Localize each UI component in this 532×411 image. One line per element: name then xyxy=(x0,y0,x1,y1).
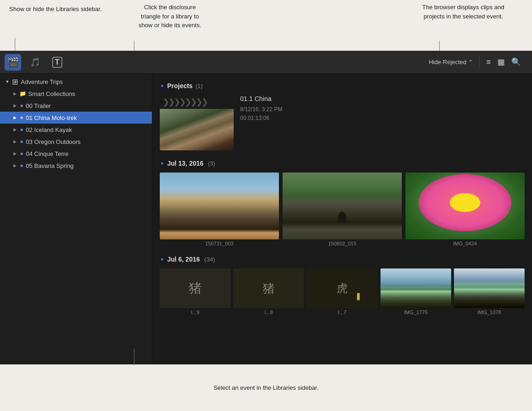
projects-content: ❯❯❯❯❯❯❯❯ 01.1 China 8/12/16, 3:22 PM 00:… xyxy=(160,95,525,150)
jul6-toggle-arrow[interactable]: ▼ xyxy=(160,257,164,262)
titles-icon: T xyxy=(52,57,62,68)
library-disclosure-arrow: ▼ xyxy=(5,79,10,84)
clip-IMG-1078[interactable]: IMG_1078 xyxy=(454,268,525,315)
cinque-label: 04 Cinque Terre xyxy=(26,150,149,157)
library-grid-icon: ⊞ xyxy=(12,77,18,86)
star-icon-iceland: ★ xyxy=(19,127,24,133)
char-2-glyph: 猪 xyxy=(263,280,275,297)
project-thumbnail[interactable]: ❯❯❯❯❯❯❯❯ xyxy=(160,95,234,150)
chinese-char-1: 猪 xyxy=(160,268,230,308)
libraries-icon: 🎬 xyxy=(7,57,19,68)
library-name: Adventure Trips xyxy=(21,78,149,85)
clip-IMG-1775[interactable]: IMG_1775 xyxy=(381,268,451,315)
cinque-arrow: ▶ xyxy=(12,151,18,156)
clip-150802-015-thumb xyxy=(283,173,402,239)
titles-button[interactable]: T xyxy=(49,54,66,71)
char-1-glyph: 猪 xyxy=(189,280,202,297)
browser: ▼ Projects (1) ❯❯❯❯❯❯❯❯ xyxy=(152,74,532,364)
list-icon: ≡ xyxy=(486,58,491,66)
projects-toggle-arrow[interactable]: ▼ xyxy=(160,83,164,89)
toolbar: 🎬 🎵 T Hide Rejected ⌃ ≡ ▦ 🔍 xyxy=(0,51,532,74)
sidebar-item-04-cinque[interactable]: ▶ ★ 04 Cinque Terre xyxy=(0,148,152,160)
clip-i7-thumb: 虎 xyxy=(307,268,377,308)
jul6-content: 猪 I...9 猪 I...8 xyxy=(160,268,525,315)
sidebar-item-smart-collections[interactable]: ▶ 📁 Smart Collections xyxy=(0,88,152,100)
clip-i8[interactable]: 猪 I...8 xyxy=(233,268,304,315)
jul13-count: (3) xyxy=(206,160,216,167)
sidebar-library-root[interactable]: ▼ ⊞ Adventure Trips xyxy=(0,76,152,88)
folder-icon: 📁 xyxy=(19,90,26,97)
trailer-label: 00 Trailer xyxy=(26,102,149,109)
clip-i8-thumb: 猪 xyxy=(233,268,304,308)
top-annotation-area: Show or hide the Libraries sidebar. Clic… xyxy=(0,0,532,51)
karst-image-2 xyxy=(454,268,525,308)
chevron-icons: ❯❯❯❯❯❯❯❯ xyxy=(163,97,207,107)
sidebar-item-02-iceland[interactable]: ▶ ★ 02 Iceland Kayak xyxy=(0,124,152,136)
music-icon: 🎵 xyxy=(30,57,40,67)
clip-150802-015-label: 150802_015 xyxy=(328,241,356,246)
oregon-arrow: ▶ xyxy=(12,139,18,144)
clip-IMG-1078-label: IMG_1078 xyxy=(478,310,501,315)
road-image xyxy=(283,173,402,239)
project-duration: 00:01:13:06 xyxy=(240,114,282,123)
clip-i8-label: I...8 xyxy=(265,310,273,315)
jul13-content: 150731_003 150802_015 xyxy=(160,173,525,246)
toolbar-divider-1 xyxy=(479,57,480,68)
content-area: ▼ ⊞ Adventure Trips ▶ 📁 Smart Collection… xyxy=(0,74,532,364)
clip-i9-thumb: 猪 xyxy=(160,268,230,308)
filmstrip-view-button[interactable]: ▦ xyxy=(497,57,505,67)
app-container: 🎬 🎵 T Hide Rejected ⌃ ≡ ▦ 🔍 xyxy=(0,51,532,364)
connector-right xyxy=(439,41,440,52)
mountains-image xyxy=(160,173,279,239)
chinese-char-2: 猪 xyxy=(233,268,304,308)
sidebar-item-05-bavaria[interactable]: ▶ ★ 05 Bavaria Spring xyxy=(0,160,152,172)
music-button[interactable]: 🎵 xyxy=(27,54,43,71)
callout-top-left: Show or hide the Libraries sidebar. xyxy=(9,5,102,14)
callout-top-right: The browser displays clips andprojects i… xyxy=(422,3,504,21)
sort-icon: ⌃ xyxy=(468,59,473,66)
filmstrip-icon: ▦ xyxy=(497,58,505,66)
clip-IMG-0424-label: IMG_0424 xyxy=(453,241,477,246)
star-icon-china: ★ xyxy=(19,115,24,121)
clip-150731-003[interactable]: 150731_003 xyxy=(160,173,279,246)
jul13-grid: 150731_003 150802_015 xyxy=(160,173,525,246)
food-image xyxy=(160,109,234,150)
china-arrow: ▶ xyxy=(12,115,18,120)
connector-left xyxy=(15,38,15,52)
jul6-title: Jul 6, 2016 xyxy=(167,256,200,263)
chevron-bar: ❯❯❯❯❯❯❯❯ xyxy=(160,95,234,109)
clip-IMG-0424[interactable]: IMG_0424 xyxy=(405,173,525,246)
list-view-button[interactable]: ≡ xyxy=(486,58,491,67)
bavaria-label: 05 Bavaria Spring xyxy=(26,162,149,169)
clip-i7-label: I...7 xyxy=(338,310,346,315)
moto-silhouette xyxy=(338,212,346,223)
clip-IMG-0424-thumb xyxy=(405,173,525,239)
jul13-toggle-arrow[interactable]: ▼ xyxy=(160,161,164,166)
connector-center xyxy=(134,41,134,52)
clip-150731-003-label: 150731_003 xyxy=(205,241,233,246)
food-thumbnail xyxy=(160,109,234,150)
clip-i9[interactable]: 猪 I...9 xyxy=(160,268,230,315)
sidebar-item-03-oregon[interactable]: ▶ ★ 03 Oregon Outdoors xyxy=(0,136,152,148)
callout-top-center: Click the disclosuretriangle for a libra… xyxy=(139,3,201,30)
iceland-arrow: ▶ xyxy=(12,127,18,132)
clip-i7[interactable]: 虎 I...7 xyxy=(307,268,377,315)
sidebar: ▼ ⊞ Adventure Trips ▶ 📁 Smart Collection… xyxy=(0,74,152,364)
sidebar-item-01-china[interactable]: ▶ ★ 01 China Moto-trek xyxy=(0,112,152,124)
project-name: 01.1 China xyxy=(240,95,282,102)
search-button[interactable]: 🔍 xyxy=(511,57,521,67)
projects-section-header: ▼ Projects (1) xyxy=(160,82,525,89)
libraries-button[interactable]: 🎬 xyxy=(5,54,21,71)
stick-decoration xyxy=(357,293,360,300)
hide-rejected-label: Hide Rejected xyxy=(429,59,466,66)
clip-150802-015[interactable]: 150802_015 xyxy=(283,173,402,246)
clip-IMG-1775-label: IMG_1775 xyxy=(404,310,428,315)
sidebar-item-00-trailer[interactable]: ▶ ★ 00 Trailer xyxy=(0,100,152,112)
projects-count: (1) xyxy=(195,83,203,89)
jul6-grid: 猪 I...9 猪 I...8 xyxy=(160,268,525,315)
hide-rejected-button[interactable]: Hide Rejected ⌃ xyxy=(429,59,473,66)
star-icon-cinque: ★ xyxy=(19,151,24,157)
search-icon: 🔍 xyxy=(511,58,521,66)
trailer-arrow: ▶ xyxy=(12,103,18,108)
karst-image-1 xyxy=(381,268,451,308)
